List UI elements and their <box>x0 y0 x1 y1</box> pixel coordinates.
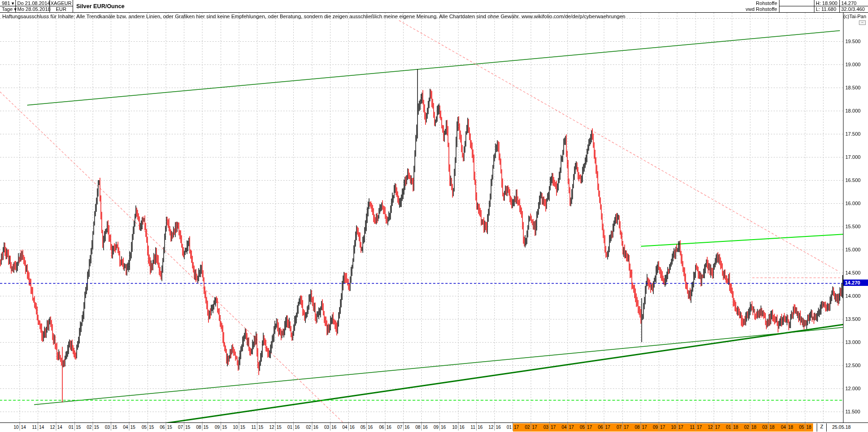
x-axis-label-month: 05 <box>356 425 365 430</box>
x-axis-label-month: 03 <box>758 425 767 430</box>
x-axis-label-month: 12 <box>484 425 493 430</box>
x-axis-label-year: 16 <box>441 425 446 430</box>
x-axis-label-month: 01 <box>502 425 512 430</box>
x-axis-tick <box>56 423 56 431</box>
disclaimer-text: Haftungsausschluss für Inhalte: Alle Tre… <box>2 14 626 19</box>
x-axis-label-year: 17 <box>642 425 647 430</box>
x-axis-label-month: 10 <box>228 425 238 430</box>
x-axis-tick <box>129 423 129 431</box>
zoom-marker[interactable]: Z <box>817 423 827 432</box>
x-axis-label-month: 12 <box>45 425 55 430</box>
x-axis-label-year: 15 <box>76 425 81 430</box>
x-axis-tick <box>221 423 221 431</box>
x-axis-label-year: 16 <box>386 425 391 430</box>
x-axis-tick <box>184 423 184 431</box>
x-axis-tick <box>714 423 714 431</box>
x-axis-label-month: 07 <box>393 425 402 430</box>
x-axis-label-month: 03 <box>100 425 110 430</box>
instrument-title: Silver EUR/Ounce <box>76 3 124 10</box>
x-axis-label-month: 09 <box>648 425 658 430</box>
x-axis-tick <box>148 423 148 431</box>
period-dropdown[interactable]: Tage ▾ <box>2 6 16 12</box>
x-axis-label-month: 05 <box>575 425 585 430</box>
x-axis-label-month: 04 <box>118 425 128 430</box>
x-axis-tick <box>166 423 166 431</box>
x-axis-label-year: 16 <box>404 425 409 430</box>
last-date-label: 25.05.18 <box>832 424 851 430</box>
y-axis-label: 19.500 <box>845 39 861 44</box>
x-axis-label-month: 02 <box>740 425 749 430</box>
range-high: H: 18.900 <box>816 0 838 6</box>
axis-separator <box>843 13 843 422</box>
x-axis-label-year: 16 <box>350 425 355 430</box>
x-axis-label-month: 08 <box>630 425 640 430</box>
x-axis-label-year: 15 <box>94 425 99 430</box>
x-axis-label-year: 16 <box>313 425 318 430</box>
x-axis-label-year: 17 <box>569 425 574 430</box>
x-axis-tick <box>677 423 677 431</box>
x-axis-label-month: 12 <box>703 425 713 430</box>
x-axis-label-year: 17 <box>605 425 610 430</box>
x-axis-label-month: 08 <box>192 425 201 430</box>
x-axis-label-month: 06 <box>375 425 384 430</box>
x-axis-label-month: 07 <box>173 425 183 430</box>
x-axis-label-month: 07 <box>612 425 621 430</box>
header-divider <box>839 0 840 12</box>
x-axis-label-year: 17 <box>624 425 629 430</box>
x-axis-label-month: 01 <box>283 425 292 430</box>
x-axis-label-year: 14 <box>21 425 26 430</box>
x-axis-label-month: 03 <box>539 425 548 430</box>
x-axis-tick <box>239 423 239 431</box>
y-axis-label: 19.000 <box>845 62 861 67</box>
x-axis-label-year: 15 <box>258 425 263 430</box>
x-axis-label-year: 16 <box>423 425 428 430</box>
y-axis-label: 13.500 <box>845 316 861 322</box>
x-axis-tick <box>768 423 769 431</box>
x-axis-label-month: 11 <box>27 425 37 430</box>
header-divider <box>73 0 73 12</box>
x-axis-label-month: 02 <box>301 425 311 430</box>
x-axis-label-month: 03 <box>320 425 329 430</box>
x-axis-label-year: 15 <box>149 425 154 430</box>
bars-count-dropdown[interactable]: 981 ▾ <box>2 0 14 6</box>
copyright-label: (c)Tai-Pan <box>832 14 866 19</box>
x-axis-label-year: 17 <box>532 425 537 430</box>
x-axis-label-month: 02 <box>82 425 92 430</box>
x-axis-tick <box>641 423 641 431</box>
y-axis-label: 17.000 <box>845 154 861 160</box>
x-axis-label-year: 18 <box>806 425 811 430</box>
y-axis-label: 16.500 <box>845 177 861 183</box>
y-axis-label: 17.500 <box>845 131 861 137</box>
x-axis-tick <box>622 423 623 431</box>
date-to: Mo 28.05.2018 <box>17 6 50 12</box>
price-chart-canvas[interactable] <box>0 0 868 432</box>
x-axis-label-month: 06 <box>593 425 603 430</box>
x-axis-tick <box>604 423 604 431</box>
y-axis-label: 15.000 <box>845 247 861 252</box>
x-axis-label-month: 12 <box>265 425 274 430</box>
x-axis-tick <box>549 423 550 431</box>
x-axis-tick <box>385 423 385 431</box>
x-axis-tick <box>695 423 696 431</box>
x-axis-label-month: 11 <box>685 425 695 430</box>
x-axis-label-year: 14 <box>39 425 44 430</box>
x-axis-label-month: 01 <box>64 425 74 430</box>
x-axis-tick <box>659 423 659 431</box>
y-axis-label: 18.000 <box>845 108 861 113</box>
y-axis-label: 13.000 <box>845 339 861 345</box>
y-axis-label: 14.000 <box>845 293 861 299</box>
x-axis-label-year: 17 <box>697 425 702 430</box>
y-axis-label: 18.500 <box>845 85 861 90</box>
minimize-icon[interactable]: − <box>859 20 866 25</box>
x-axis-tick <box>257 423 257 431</box>
range-low: L: 11.680 <box>816 6 836 12</box>
x-axis-tick <box>421 423 422 431</box>
x-axis-label-year: 17 <box>715 425 720 430</box>
x-axis-tick <box>293 423 294 431</box>
x-axis-tick <box>787 423 787 431</box>
x-axis-label-year: 16 <box>459 425 464 430</box>
x-axis-label-year: 18 <box>769 425 774 430</box>
x-axis-label-year: 18 <box>788 425 793 430</box>
secondary-value: 32.0/3.460 <box>841 6 865 12</box>
x-axis-label-year: 16 <box>478 425 483 430</box>
